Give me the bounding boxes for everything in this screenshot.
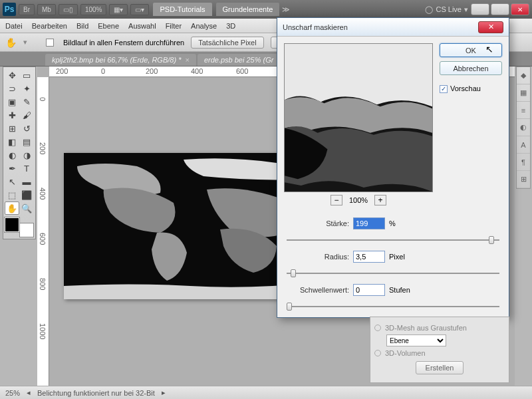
- zoom-tool-icon[interactable]: 🔍: [19, 201, 34, 215]
- preview-label: Vorschau: [450, 84, 481, 92]
- panel-icon[interactable]: ≡: [517, 102, 530, 119]
- dodge-tool-icon[interactable]: ◑: [19, 148, 34, 162]
- preview-zoom-label: 100%: [349, 196, 368, 204]
- document-tab-2[interactable]: erde.psb bei 25% (Gr: [198, 54, 281, 66]
- eyedropper-tool-icon[interactable]: ✎: [19, 95, 34, 108]
- create-3d-button[interactable]: Erstellen: [416, 361, 464, 374]
- cancel-button[interactable]: Abbrechen: [440, 61, 502, 75]
- right-panel-dock: ◆ ▦ ≡ ◐ A ¶ ⊞: [516, 66, 531, 189]
- workspace-tab-grundelemente[interactable]: Grundelemente: [216, 3, 280, 16]
- photoshop-logo-icon: Ps: [3, 3, 16, 16]
- panel-icon[interactable]: ▦: [517, 84, 530, 102]
- panel-icon[interactable]: ⊞: [517, 171, 530, 188]
- radius-slider[interactable]: [287, 268, 499, 279]
- minimize-button[interactable]: —: [471, 3, 489, 15]
- path-tool-icon[interactable]: ↖: [5, 175, 19, 188]
- vertical-ruler: 02004006008001000: [37, 77, 49, 386]
- eraser-tool-icon[interactable]: ◧: [5, 135, 19, 148]
- threshold-slider[interactable]: [287, 301, 499, 312]
- zoom-out-button[interactable]: −: [331, 195, 342, 205]
- tool-palette: ✥ ▭ ⊃ ✦ ▣ ✎ ✚ 🖌 ⊞ ↺ ◧ ▤ ◐ ◑ ✒ T ↖ ▬ ⬚ ⬛ …: [3, 66, 36, 239]
- strength-slider[interactable]: [287, 235, 499, 245]
- screen-mode-button[interactable]: ▭▾: [130, 4, 149, 15]
- menu-bild[interactable]: Bild: [76, 22, 88, 30]
- close-button[interactable]: ✕: [511, 3, 529, 15]
- maximize-button[interactable]: ▢: [491, 3, 509, 15]
- status-zoom[interactable]: 25%: [5, 389, 20, 397]
- menu-3d[interactable]: 3D: [226, 22, 235, 30]
- brush-tool-icon[interactable]: 🖌: [19, 108, 34, 122]
- dialog-close-icon[interactable]: ✕: [478, 21, 503, 33]
- cslive-icon[interactable]: ◯: [425, 5, 433, 14]
- ok-button[interactable]: OK: [440, 43, 502, 57]
- actual-pixels-button[interactable]: Tatsächliche Pixel: [191, 37, 263, 49]
- zoom-in-button[interactable]: +: [374, 195, 386, 205]
- menu-bearbeiten[interactable]: Bearbeiten: [32, 22, 67, 30]
- panel-icon[interactable]: A: [517, 136, 530, 154]
- dialog-titlebar[interactable]: Unscharf maskieren ✕: [277, 18, 509, 37]
- 3d-layer-select[interactable]: Ebene: [386, 334, 446, 346]
- menu-ebene[interactable]: Ebene: [98, 22, 119, 30]
- 3d-tool-icon[interactable]: ⬚: [5, 188, 19, 201]
- blur-tool-icon[interactable]: ◐: [5, 148, 19, 162]
- dialog-title: Unscharf maskieren: [283, 23, 348, 31]
- document-tab-1[interactable]: kplj2th2.bmp bei 66,7% (Erde, RGB/8) *×: [45, 54, 196, 66]
- 3d-panel: 3D-Mesh aus Graustufen Ebene 3D-Volumen …: [370, 317, 509, 383]
- panel-icon[interactable]: ◆: [517, 67, 530, 84]
- unsharp-mask-dialog: Unscharf maskieren ✕ − 100% + OK Abbre: [277, 17, 509, 318]
- radius-input[interactable]: [353, 251, 385, 263]
- status-bar: 25% ◂Belichtung funktioniert nur bei 32-…: [0, 386, 532, 399]
- workspace-tab-tutorials[interactable]: PSD-Tutorials: [153, 3, 211, 16]
- 3d-camera-icon[interactable]: ⬛: [19, 188, 34, 201]
- stamp-tool-icon[interactable]: ⊞: [5, 122, 19, 135]
- close-tab-icon[interactable]: ×: [185, 56, 189, 64]
- type-tool-icon[interactable]: T: [19, 162, 34, 175]
- view-extras-button[interactable]: ▦▾: [109, 4, 128, 15]
- more-workspaces-icon[interactable]: ≫: [282, 5, 290, 14]
- gradient-tool-icon[interactable]: ▤: [19, 135, 34, 148]
- bridge-button[interactable]: Br: [19, 4, 35, 15]
- panel-icon[interactable]: ◐: [517, 119, 530, 136]
- hand-tool-icon: ✋: [5, 37, 17, 48]
- minibridge-button[interactable]: Mb: [37, 4, 56, 15]
- color-swatch[interactable]: [5, 217, 34, 237]
- app-titlebar: Ps Br Mb ▭▯ 100% ▦▾ ▭▾ PSD-Tutorials Gru…: [0, 0, 532, 19]
- preview-checkbox[interactable]: ✓: [440, 85, 448, 93]
- menu-datei[interactable]: Datei: [5, 22, 23, 30]
- scroll-all-label: Bildlauf in allen Fenstern durchführen: [63, 39, 184, 47]
- strength-param: Stärke: %: [287, 217, 499, 229]
- lasso-tool-icon[interactable]: ⊃: [5, 82, 19, 95]
- zoom-level[interactable]: 100%: [80, 4, 107, 15]
- panel-icon[interactable]: ¶: [517, 154, 530, 171]
- cslive-label[interactable]: CS Live: [436, 5, 462, 13]
- threshold-param: Schwellenwert: Stufen: [287, 284, 499, 296]
- marquee-tool-icon[interactable]: ▭: [19, 68, 34, 82]
- strength-input[interactable]: [353, 217, 385, 229]
- heal-tool-icon[interactable]: ✚: [5, 108, 19, 122]
- threshold-input[interactable]: [353, 284, 385, 296]
- filter-preview[interactable]: [284, 43, 433, 192]
- menu-analyse[interactable]: Analyse: [191, 22, 217, 30]
- shape-tool-icon[interactable]: ▬: [19, 175, 34, 188]
- hand-tool-icon[interactable]: ✋: [5, 201, 19, 215]
- menu-auswahl[interactable]: Auswahl: [128, 22, 156, 30]
- wand-tool-icon[interactable]: ✦: [19, 82, 34, 95]
- move-tool-icon[interactable]: ✥: [5, 68, 19, 82]
- history-brush-icon[interactable]: ↺: [19, 122, 34, 135]
- crop-tool-icon[interactable]: ▣: [5, 95, 19, 108]
- menu-filter[interactable]: Filter: [166, 22, 182, 30]
- status-message: Belichtung funktioniert nur bei 32-Bit: [37, 389, 155, 397]
- scroll-all-checkbox[interactable]: [46, 39, 54, 47]
- pen-tool-icon[interactable]: ✒: [5, 162, 19, 175]
- arrange-button[interactable]: ▭▯: [59, 4, 78, 15]
- radius-param: Radius: Pixel: [287, 251, 499, 263]
